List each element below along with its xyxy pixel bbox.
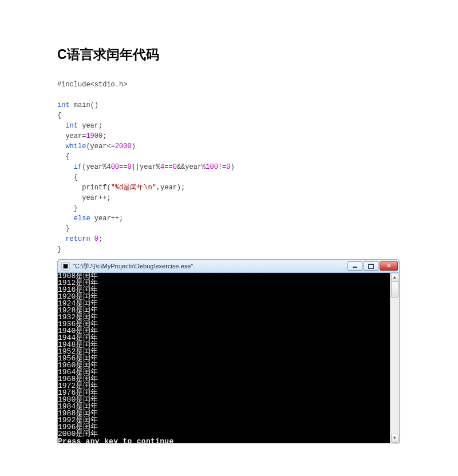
code-text: ,year); (156, 184, 185, 192)
code-text: main() (70, 101, 98, 109)
code-text: } (57, 204, 78, 212)
console-line: 1984是闰年 (58, 403, 399, 410)
console-line: 1996是闰年 (58, 424, 399, 431)
console-window: "C:\学习\c\MyProjects\Debug\exercise.exe" … (57, 259, 400, 443)
scroll-down-button[interactable]: ▾ (391, 434, 398, 443)
prompt-text: Press any key to continue (58, 437, 174, 443)
close-button[interactable]: ✕ (380, 261, 398, 271)
code-text: (year% (82, 163, 106, 171)
num-literal: 0 (173, 163, 177, 171)
code-text: printf( (57, 184, 111, 192)
console-line: 1932是闰年 (58, 314, 399, 321)
kw-else: else (74, 215, 90, 223)
console-line: 1964是闰年 (58, 369, 399, 376)
console-line: 1968是闰年 (58, 376, 399, 383)
code-text: year++; (90, 215, 124, 223)
code-text: ||year% (132, 163, 160, 171)
source-code-block: #include<stdio.h> int main() { int year;… (57, 80, 401, 255)
code-text: { (57, 153, 70, 161)
string-literal: "%d是闰年\n" (111, 184, 156, 192)
num-literal: 0 (226, 163, 230, 171)
console-line: 1972是闰年 (58, 383, 399, 390)
page-title: C语言求闰年代码 (57, 46, 401, 64)
kw-int: int (65, 122, 78, 130)
code-text: year++; (57, 194, 111, 202)
num-literal: 0 (127, 163, 131, 171)
document-page: C语言求闰年代码 #include<stdio.h> int main() { … (0, 0, 458, 476)
console-line: 1916是闰年 (58, 287, 399, 293)
code-text: == (119, 163, 127, 171)
console-line: 1936是闰年 (58, 321, 399, 328)
code-text: != (218, 163, 226, 171)
code-text: &&year% (177, 163, 206, 171)
console-prompt: Press any key to continue (58, 438, 399, 443)
close-icon: ✕ (386, 263, 391, 269)
console-line: 1992是闰年 (58, 417, 399, 424)
window-title: "C:\学习\c\MyProjects\Debug\exercise.exe" (73, 262, 348, 271)
console-line: 1944是闰年 (58, 335, 399, 342)
console-line: 1924是闰年 (58, 300, 399, 307)
scrollbar-vertical[interactable]: ▴ ▾ (390, 273, 399, 443)
console-line: 1948是闰年 (58, 342, 399, 348)
num-literal: 400 (106, 163, 119, 171)
console-line: 1920是闰年 (58, 293, 399, 300)
code-text (90, 235, 94, 243)
num-literal: 2000 (115, 142, 132, 150)
code-text: year; (78, 122, 102, 130)
scroll-up-button[interactable]: ▴ (391, 273, 398, 282)
kw-if: if (74, 163, 82, 171)
console-line: 1952是闰年 (58, 348, 399, 355)
code-text: ; (102, 132, 106, 140)
num-literal: 1900 (86, 132, 102, 140)
window-app-icon (61, 262, 70, 271)
maximize-button[interactable] (364, 261, 378, 271)
kw-return: return (65, 235, 90, 243)
code-text: { (57, 112, 61, 120)
console-line: 1960是闰年 (58, 362, 399, 369)
console-line: 1956是闰年 (58, 355, 399, 362)
console-line: 1908是闰年 (58, 273, 399, 280)
num-literal: 100 (206, 163, 218, 171)
console-line: 1988是闰年 (58, 410, 399, 417)
console-body: 1908是闰年1912是闰年1916是闰年1920是闰年1924是闰年1928是… (58, 273, 399, 443)
window-titlebar[interactable]: "C:\学习\c\MyProjects\Debug\exercise.exe" … (58, 260, 399, 273)
console-line: 1912是闰年 (58, 280, 399, 287)
kw-while: while (65, 142, 86, 150)
console-line: 1940是闰年 (58, 328, 399, 335)
code-text: { (57, 173, 78, 181)
code-text: } (57, 225, 70, 233)
console-line: 1980是闰年 (58, 396, 399, 403)
code-text: ; (98, 235, 102, 243)
code-text: ) (132, 142, 136, 150)
console-line: 1928是闰年 (58, 307, 399, 314)
num-literal: 0 (94, 235, 98, 243)
code-text: } (57, 245, 61, 253)
code-text: == (164, 163, 172, 171)
console-output: 1908是闰年1912是闰年1916是闰年1920是闰年1924是闰年1928是… (58, 273, 399, 438)
scroll-thumb[interactable] (391, 281, 398, 298)
window-controls: ✕ (348, 262, 398, 270)
code-text: ) (231, 163, 235, 171)
code-line: #include<stdio.h> (57, 81, 127, 89)
console-line: 1976是闰年 (58, 390, 399, 396)
kw-int: int (57, 101, 70, 109)
code-text: (year<= (86, 142, 114, 150)
minimize-button[interactable] (348, 261, 362, 271)
text-cursor (175, 443, 179, 443)
code-text: year= (57, 132, 86, 140)
